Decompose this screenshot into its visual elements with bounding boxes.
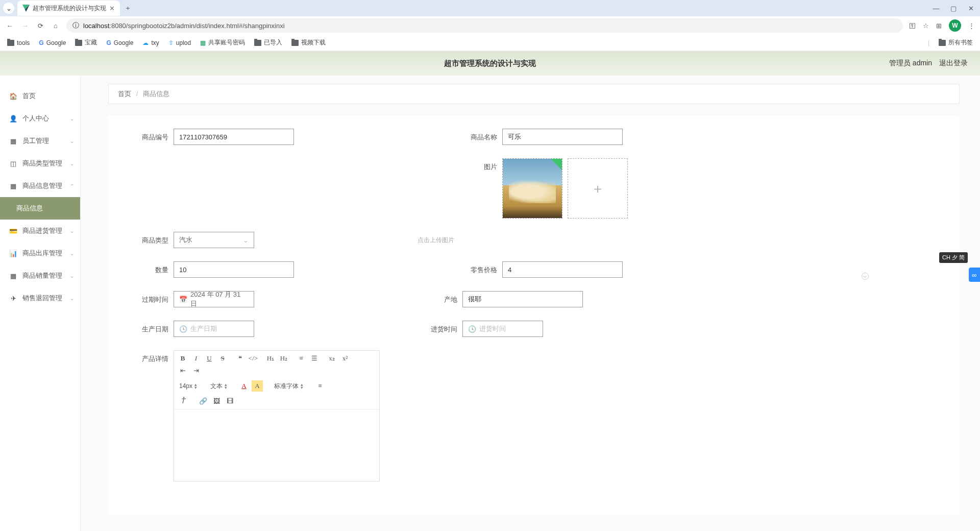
text-color-icon[interactable]: A <box>238 380 250 392</box>
in-date-input[interactable]: 🕓进货时间 <box>462 321 543 337</box>
window-close-icon[interactable]: ✕ <box>966 5 976 12</box>
h1-icon[interactable]: H₁ <box>265 353 276 364</box>
clock-icon: 🕓 <box>468 325 476 333</box>
breadcrumb-home[interactable]: 首页 <box>118 90 131 98</box>
origin-input[interactable] <box>462 291 583 307</box>
font-size-select[interactable]: 14px▴▾ <box>177 382 199 390</box>
ol-icon[interactable]: ≡ <box>296 353 307 364</box>
sidebar-item-staff[interactable]: ▦员工管理⌄ <box>0 130 80 152</box>
folder-icon <box>75 40 82 46</box>
sidebar-item-outbound[interactable]: 📊商品出库管理⌄ <box>0 242 80 264</box>
bookmark-item[interactable]: GGoogle <box>39 39 66 46</box>
label-detail: 产品详情 <box>129 350 168 364</box>
link-icon[interactable]: 🔗 <box>198 396 209 407</box>
profile-avatar[interactable]: W <box>949 19 961 32</box>
admin-label[interactable]: 管理员 admin <box>889 59 932 68</box>
outdent-icon[interactable]: ⇥ <box>190 365 202 376</box>
bookmark-item[interactable]: ☁txy <box>142 39 159 46</box>
reload-icon[interactable]: ⟳ <box>36 21 45 30</box>
bold-icon[interactable]: B <box>177 353 188 364</box>
indent-icon[interactable]: ⇤ <box>177 365 188 376</box>
forward-icon[interactable]: → <box>20 21 30 30</box>
sidebar-item-product-info[interactable]: ▦商品信息管理⌃ <box>0 175 80 197</box>
password-key-icon[interactable]: ⚿ <box>909 22 916 30</box>
video-icon[interactable]: 🎞 <box>224 396 235 407</box>
bg-color-icon[interactable]: A <box>252 380 263 392</box>
sidebar-item-purchase[interactable]: 💳商品进货管理⌄ <box>0 220 80 242</box>
home-icon[interactable]: ⌂ <box>51 21 60 30</box>
sidebar-item-home[interactable]: 🏠首页 <box>0 85 80 107</box>
product-form: 商品编号 商品名称 图片 <box>108 115 960 515</box>
cloud-icon: ☁ <box>142 39 149 46</box>
expire-date-input[interactable]: 📅2024 年 07 月 31 日 <box>174 291 254 307</box>
prod-date-input[interactable]: 🕓生产日期 <box>174 321 254 337</box>
add-image-button[interactable]: ＋ <box>568 158 628 219</box>
italic-icon[interactable]: I <box>190 353 202 364</box>
chevron-down-icon: ⌄ <box>70 251 74 256</box>
label-qty: 数量 <box>129 261 168 275</box>
font-family-select[interactable]: 标准字体▴▾ <box>272 382 305 391</box>
extensions-icon[interactable]: ⊞ <box>936 22 942 30</box>
bookmark-item[interactable]: 宝藏 <box>75 38 97 47</box>
clear-format-icon[interactable]: T̽ <box>177 396 188 407</box>
qty-input[interactable] <box>174 261 294 278</box>
subscript-icon[interactable]: x₂ <box>326 353 337 364</box>
h2-icon[interactable]: H₂ <box>278 353 289 364</box>
bookmark-item[interactable]: ▦共享账号密码 <box>200 38 245 47</box>
label-type: 商品类型 <box>129 232 168 245</box>
align-icon[interactable]: ≡ <box>314 380 326 392</box>
editor-textarea[interactable] <box>174 409 379 481</box>
google-icon: G <box>106 39 111 46</box>
ul-icon[interactable]: ☰ <box>309 353 320 364</box>
superscript-icon[interactable]: x² <box>339 353 351 364</box>
tab-title: 超市管理系统的设计与实现 <box>33 4 106 13</box>
url-field[interactable]: ⓘ localhost:8080/springbootoiz2b/admin/d… <box>66 18 903 33</box>
browser-chrome: ⌄ 超市管理系统的设计与实现 ✕ ＋ — ▢ ✕ ← → ⟳ ⌂ ⓘ local… <box>0 0 980 51</box>
ime-indicator[interactable]: CH 夕 简 <box>939 252 968 263</box>
star-icon[interactable]: ☆ <box>923 22 929 30</box>
name-input[interactable] <box>502 129 623 145</box>
sidebar-item-category[interactable]: ◫商品类型管理⌄ <box>0 152 80 175</box>
tab-close-icon[interactable]: ✕ <box>109 5 115 12</box>
clear-field-icon[interactable] <box>862 273 869 280</box>
underline-icon[interactable]: U <box>204 353 215 364</box>
bookmark-item[interactable]: GGoogle <box>106 39 133 46</box>
chevron-down-icon: ⌄ <box>70 116 74 122</box>
code-icon[interactable]: </> <box>248 353 259 364</box>
sidebar-item-product-list[interactable]: 商品信息 <box>0 197 80 220</box>
quote-icon[interactable]: ❝ <box>234 353 246 364</box>
bookmark-item[interactable]: 视频下载 <box>291 38 326 47</box>
window-maximize-icon[interactable]: ▢ <box>948 5 959 12</box>
bookmark-item[interactable]: tools <box>7 39 30 46</box>
sidebar-item-sales[interactable]: ▦商品销量管理⌄ <box>0 264 80 287</box>
editor-toolbar: B I U S ❝ </> H₁ H₂ <box>174 351 379 409</box>
sidebar-item-profile[interactable]: 👤个人中心⌄ <box>0 107 80 130</box>
strike-icon[interactable]: S <box>217 353 228 364</box>
back-icon[interactable]: ← <box>5 21 14 30</box>
upload-hint: 点击上传图片 <box>418 236 454 245</box>
bookmark-item[interactable]: 已导入 <box>254 38 282 47</box>
sidebar-item-returns[interactable]: ✈销售退回管理⌄ <box>0 287 80 309</box>
browser-tab[interactable]: 超市管理系统的设计与实现 ✕ <box>17 1 120 16</box>
all-bookmarks[interactable]: 所有书签 <box>939 38 973 47</box>
block-select[interactable]: 文本▴▾ <box>208 382 229 391</box>
image-icon[interactable]: 🖼 <box>211 396 222 407</box>
price-input[interactable] <box>502 261 623 278</box>
code-input[interactable] <box>174 129 294 145</box>
image-thumbnail[interactable] <box>502 158 562 219</box>
folder-icon <box>939 40 946 46</box>
new-tab-button[interactable]: ＋ <box>122 3 133 14</box>
site-info-icon[interactable]: ⓘ <box>72 21 79 30</box>
window-minimize-icon[interactable]: — <box>931 5 941 12</box>
logout-link[interactable]: 退出登录 <box>939 59 968 68</box>
breadcrumb: 首页 / 商品信息 <box>108 84 960 104</box>
vue-favicon-icon <box>22 5 30 12</box>
bookmark-item[interactable]: ⇧uplod <box>168 39 191 46</box>
address-bar: ← → ⟳ ⌂ ⓘ localhost:8080/springbootoiz2b… <box>0 16 980 35</box>
tabs-menu-button[interactable]: ⌄ <box>3 3 14 14</box>
menu-dots-icon[interactable]: ⋮ <box>968 22 975 30</box>
side-cloud-button[interactable]: ∞ <box>969 268 980 282</box>
folder-icon <box>254 40 261 46</box>
type-select[interactable]: 汽水⌄ <box>174 232 254 248</box>
label-prod-date: 生产日期 <box>129 321 168 334</box>
